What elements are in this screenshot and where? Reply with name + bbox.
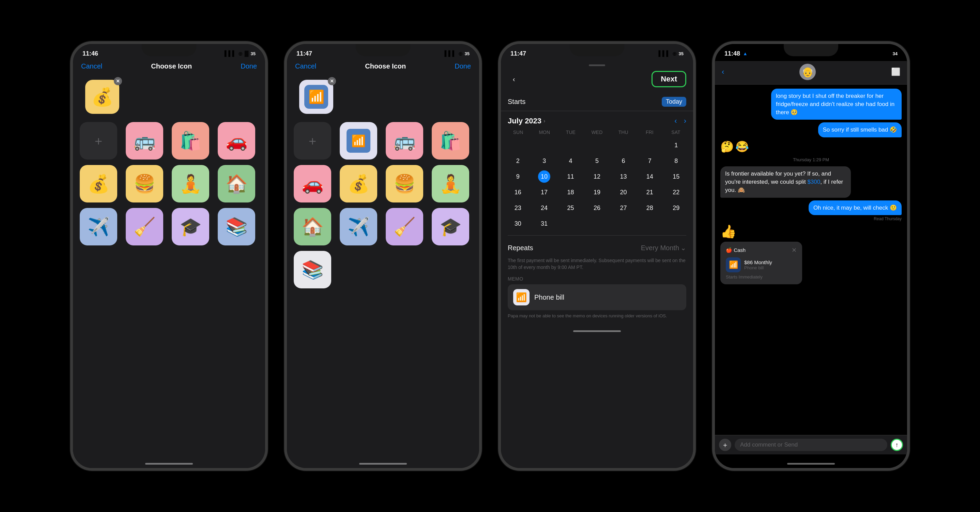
- attachment-button[interactable]: ＋: [719, 439, 731, 451]
- cal-day-10[interactable]: 10: [538, 171, 550, 183]
- wifi-icon-4: ⊕: [886, 51, 891, 57]
- done-button-1[interactable]: Done: [240, 62, 257, 70]
- signal-icon: ▌▌▌: [224, 51, 236, 57]
- done-button-2[interactable]: Done: [455, 62, 471, 70]
- icon-books-1[interactable]: 📚: [218, 208, 255, 246]
- today-button[interactable]: Today: [662, 97, 686, 107]
- cal-day-27[interactable]: 27: [611, 201, 636, 215]
- icon-grid-2: ＋ 📶 🚌 🛍️ 🚗 💰 🍔 🧘 🏠 ✈️ 🧹 🎓 📚: [294, 122, 472, 289]
- cal-day-30[interactable]: 30: [505, 216, 531, 231]
- icon-grad-2[interactable]: 🎓: [432, 208, 469, 246]
- cancel-button-1[interactable]: Cancel: [81, 62, 102, 70]
- prev-month-button[interactable]: ‹: [675, 116, 677, 126]
- cal-day-28[interactable]: 28: [637, 201, 662, 215]
- cal-day-22[interactable]: 22: [663, 185, 689, 200]
- icon-bags-1[interactable]: 🛍️: [172, 122, 209, 160]
- cal-day-8[interactable]: 8: [663, 153, 689, 168]
- cash-close-button[interactable]: ✕: [792, 246, 797, 254]
- cal-day-6[interactable]: 6: [611, 153, 636, 168]
- add-icon-btn-2[interactable]: ＋: [294, 122, 331, 160]
- status-bar-1: 11:46 ▌▌▌ ⊕ ▓ 35: [73, 44, 265, 61]
- icon-yoga-1[interactable]: 🧘: [172, 165, 209, 203]
- icon-grad-1[interactable]: 🎓: [172, 208, 209, 246]
- selected-icon-wrapper-2: 📶 ✕: [299, 80, 333, 114]
- cal-day-11[interactable]: 11: [558, 169, 583, 184]
- status-bar-2: 11:47 ▌▌▌ ⊕ 35: [287, 44, 479, 61]
- cal-day-23[interactable]: 23: [505, 201, 531, 215]
- cal-day-3[interactable]: 3: [531, 153, 557, 168]
- icon-yoga-2[interactable]: 🧘: [432, 165, 469, 203]
- selected-icon-2[interactable]: 📶: [299, 80, 333, 114]
- cal-day-13[interactable]: 13: [611, 169, 636, 184]
- sheet-handle: [501, 61, 693, 68]
- icon-plane-1[interactable]: ✈️: [80, 208, 117, 246]
- repeats-value: Every Month ⌄: [641, 244, 686, 252]
- video-call-button[interactable]: ⬜: [891, 67, 900, 77]
- icon-books-2[interactable]: 📚: [294, 251, 331, 289]
- cal-day-2[interactable]: 2: [505, 153, 531, 168]
- cal-day-14[interactable]: 14: [637, 169, 662, 184]
- cal-day-24[interactable]: 24: [531, 201, 557, 215]
- icon-wifi-2[interactable]: 📶: [340, 122, 377, 160]
- cal-day-16[interactable]: 16: [505, 185, 531, 200]
- calendar-grid: 1 2 3 4 5 6 7 8 9 10 11 12 13 14 15 16 1…: [501, 138, 693, 231]
- wifi-icon: ⊕: [238, 51, 243, 57]
- cal-day-15[interactable]: 15: [663, 169, 689, 184]
- icon-bags-2[interactable]: 🛍️: [432, 122, 469, 160]
- send-button[interactable]: ↑: [891, 439, 903, 451]
- icon-plane-2[interactable]: ✈️: [340, 208, 377, 246]
- day-mon: MON: [531, 128, 557, 136]
- phone-3: 11:47 ▌▌▌ ⊕ 35 ‹ Next Starts Today J: [498, 41, 696, 471]
- icon-house-2[interactable]: 🏠: [294, 208, 331, 246]
- remove-badge-1[interactable]: ✕: [114, 77, 122, 85]
- icon-car-1[interactable]: 🚗: [218, 122, 255, 160]
- cal-day-12[interactable]: 12: [584, 169, 609, 184]
- cal-day-18[interactable]: 18: [558, 185, 583, 200]
- icon-burger-1[interactable]: 🍔: [126, 165, 163, 203]
- memo-section: MEMO 📶 Phone bill: [501, 275, 693, 310]
- next-button[interactable]: Next: [652, 71, 686, 87]
- icon-car-2[interactable]: 🚗: [294, 165, 331, 203]
- cal-day-31[interactable]: 31: [531, 216, 557, 231]
- icon-burger-2[interactable]: 🍔: [386, 165, 423, 203]
- message-bubble-4: Oh nice, it may be, will check 🙂: [808, 201, 902, 215]
- cash-info: $86 Monthly Phone bill: [744, 259, 772, 270]
- remove-badge-2[interactable]: ✕: [328, 77, 336, 85]
- cal-day-25[interactable]: 25: [558, 201, 583, 215]
- icon-broom-1[interactable]: 🧹: [126, 208, 163, 246]
- wifi-icon-2: ⊕: [458, 51, 463, 57]
- cal-day-20[interactable]: 20: [611, 185, 636, 200]
- cal-day-1[interactable]: 1: [663, 138, 689, 153]
- icon-bus-2[interactable]: 🚌: [386, 122, 423, 160]
- selected-icon-1[interactable]: 💰: [85, 80, 119, 114]
- add-icon-btn-1[interactable]: ＋: [80, 122, 117, 160]
- cash-card: 🍎 Cash ✕ 📶 $86 Monthly Phone bill Starts…: [720, 242, 802, 284]
- cal-day-26[interactable]: 26: [584, 201, 609, 215]
- cash-card-body: 📶 $86 Monthly Phone bill: [726, 257, 797, 272]
- cal-day-29[interactable]: 29: [663, 201, 689, 215]
- cal-day-19[interactable]: 19: [584, 185, 609, 200]
- contact-avatar[interactable]: 👴: [799, 64, 816, 80]
- cal-day-7[interactable]: 7: [637, 153, 662, 168]
- icon-money-2[interactable]: 💰: [340, 165, 377, 203]
- cal-day-9[interactable]: 9: [505, 169, 531, 184]
- cal-empty: [558, 216, 583, 231]
- icon-broom-2[interactable]: 🧹: [386, 208, 423, 246]
- repeats-row: Repeats Every Month ⌄: [501, 240, 693, 256]
- day-thu: THU: [610, 128, 636, 136]
- home-bar-line-4: [787, 463, 835, 465]
- icon-bus-1[interactable]: 🚌: [126, 122, 163, 160]
- cancel-button-2[interactable]: Cancel: [295, 62, 316, 70]
- next-month-button[interactable]: ›: [684, 116, 686, 126]
- message-input[interactable]: Add comment or Send: [735, 439, 887, 451]
- home-bar-line-1: [145, 463, 193, 465]
- cal-day-4[interactable]: 4: [558, 153, 583, 168]
- back-button-4[interactable]: ‹: [722, 67, 724, 77]
- icon-money-1[interactable]: 💰: [80, 165, 117, 203]
- cal-day-21[interactable]: 21: [637, 185, 662, 200]
- icon-house-1[interactable]: 🏠: [218, 165, 255, 203]
- cal-day-17[interactable]: 17: [531, 185, 557, 200]
- back-button-3[interactable]: ‹: [508, 73, 520, 85]
- cal-day-5[interactable]: 5: [584, 153, 609, 168]
- message-bubble-1: long story but I shut off the breaker fo…: [771, 89, 902, 120]
